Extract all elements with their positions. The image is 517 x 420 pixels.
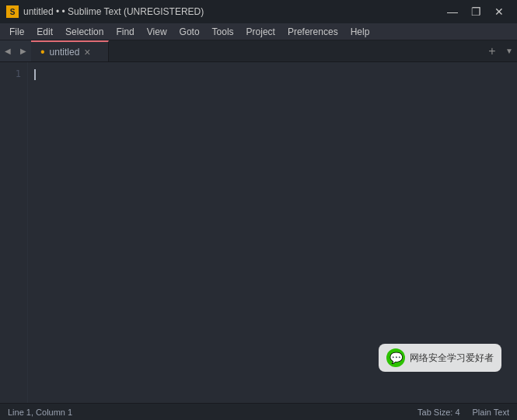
- watermark-text: 网络安全学习爱好者: [410, 352, 494, 365]
- tab-next-button[interactable]: ▶: [16, 40, 31, 61]
- tab-dropdown-button[interactable]: ▼: [501, 40, 517, 61]
- app-icon: S: [6, 5, 19, 18]
- line-numbers: 1: [0, 62, 28, 403]
- tab-prev-button[interactable]: ◀: [0, 40, 16, 61]
- status-left: Line 1, Column 1: [8, 408, 72, 417]
- menu-bar: File Edit Selection Find View Goto Tools…: [0, 23, 517, 40]
- menu-selection[interactable]: Selection: [59, 25, 110, 39]
- title-bar-left: S untitled • • Sublime Text (UNREGISTERE…: [6, 5, 204, 18]
- tab-bar: ◀ ▶ • untitled × + ▼: [0, 40, 517, 62]
- menu-help[interactable]: Help: [344, 25, 376, 39]
- close-button[interactable]: ✕: [487, 0, 511, 23]
- window-controls: — ❐ ✕: [441, 0, 511, 23]
- status-tab-size[interactable]: Tab Size: 4: [417, 408, 459, 417]
- tab-spacer: [109, 40, 483, 61]
- menu-file[interactable]: File: [3, 25, 30, 39]
- menu-project[interactable]: Project: [240, 25, 281, 39]
- status-right: Tab Size: 4 Plain Text: [417, 408, 509, 417]
- watermark-icon: 💬: [386, 348, 405, 367]
- tab-add-button[interactable]: +: [483, 40, 501, 61]
- status-bar: Line 1, Column 1 Tab Size: 4 Plain Text: [0, 403, 517, 420]
- editor-container: 1 💬 网络安全学习爱好者: [0, 62, 517, 403]
- maximize-button[interactable]: ❐: [464, 0, 487, 23]
- tab-close-icon[interactable]: ×: [84, 46, 90, 58]
- tab-modified-dot: •: [40, 46, 45, 58]
- tab-untitled[interactable]: • untitled ×: [31, 40, 109, 61]
- menu-find[interactable]: Find: [110, 25, 140, 39]
- title-bar: S untitled • • Sublime Text (UNREGISTERE…: [0, 0, 517, 23]
- editor-cursor: [34, 69, 36, 80]
- title-bar-text: untitled • • Sublime Text (UNREGISTERED): [23, 6, 204, 17]
- line-number-1: 1: [0, 67, 21, 82]
- tab-filename: untitled: [50, 47, 80, 58]
- status-position: Line 1, Column 1: [8, 408, 72, 417]
- menu-preferences[interactable]: Preferences: [281, 25, 344, 39]
- menu-tools[interactable]: Tools: [206, 25, 240, 39]
- menu-edit[interactable]: Edit: [30, 25, 59, 39]
- watermark: 💬 网络安全学习爱好者: [379, 344, 501, 372]
- menu-view[interactable]: View: [141, 25, 173, 39]
- menu-goto[interactable]: Goto: [173, 25, 206, 39]
- status-syntax[interactable]: Plain Text: [473, 408, 510, 417]
- minimize-button[interactable]: —: [441, 0, 464, 23]
